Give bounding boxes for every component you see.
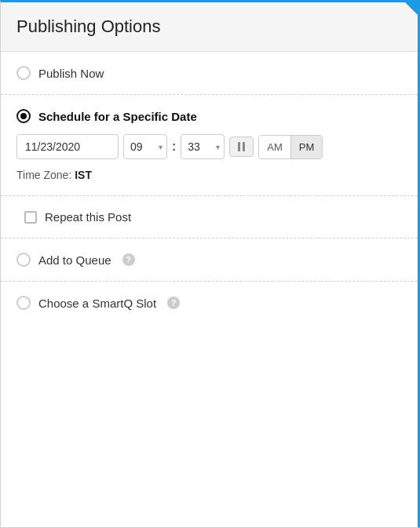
minute-select-wrapper: 33 00 15 30 45 ▾ <box>181 134 225 159</box>
schedule-radio-row[interactable]: Schedule for a Specific Date <box>16 109 402 123</box>
queue-label: Add to Queue <box>38 253 111 267</box>
smartq-radio-row[interactable]: Choose a SmartQ Slot ? <box>16 296 402 310</box>
timezone-row: Time Zone: IST <box>16 169 402 181</box>
schedule-radio[interactable] <box>16 109 31 123</box>
schedule-label: Schedule for a Specific Date <box>38 110 197 123</box>
timezone-label: Time Zone: <box>16 169 71 181</box>
pause-icon <box>238 142 245 151</box>
smartq-label: Choose a SmartQ Slot <box>38 297 156 310</box>
schedule-section: Schedule for a Specific Date 09 10 11 12… <box>1 95 418 196</box>
timezone-value: IST <box>75 169 92 181</box>
publish-now-radio[interactable] <box>16 66 31 80</box>
queue-section: Add to Queue ? <box>1 239 418 282</box>
queue-help-icon[interactable]: ? <box>122 253 135 266</box>
hour-select[interactable]: 09 10 11 12 <box>123 134 167 159</box>
card-header: Publishing Options <box>1 2 418 52</box>
publish-now-label: Publish Now <box>38 67 104 80</box>
queue-radio[interactable] <box>16 253 31 267</box>
repeat-label: Repeat this Post <box>45 210 131 224</box>
queue-radio-row[interactable]: Add to Queue ? <box>16 253 402 267</box>
am-button[interactable]: AM <box>259 136 291 158</box>
publish-now-section: Publish Now <box>1 52 418 95</box>
pm-button[interactable]: PM <box>291 136 323 158</box>
time-colon: : <box>172 140 176 154</box>
smartq-radio[interactable] <box>16 296 31 310</box>
repeat-checkbox-row[interactable]: Repeat this Post <box>24 210 394 224</box>
repeat-checkbox[interactable] <box>24 211 37 224</box>
page-title: Publishing Options <box>16 16 402 37</box>
corner-decoration <box>405 2 418 15</box>
repeat-section: Repeat this Post <box>1 196 418 239</box>
pause-button[interactable] <box>229 137 254 157</box>
date-input[interactable] <box>16 134 119 159</box>
schedule-controls: 09 10 11 12 ▾ : 33 00 15 30 45 ▾ <box>16 134 402 159</box>
ampm-group: AM PM <box>258 135 323 159</box>
publish-now-radio-row[interactable]: Publish Now <box>16 66 402 80</box>
smartq-help-icon[interactable]: ? <box>167 297 180 309</box>
minute-select[interactable]: 33 00 15 30 45 <box>181 134 225 159</box>
publishing-options-card: Publishing Options Publish Now Schedule … <box>0 0 420 528</box>
hour-select-wrapper: 09 10 11 12 ▾ <box>123 134 167 159</box>
smartq-section: Choose a SmartQ Slot ? <box>1 282 418 324</box>
